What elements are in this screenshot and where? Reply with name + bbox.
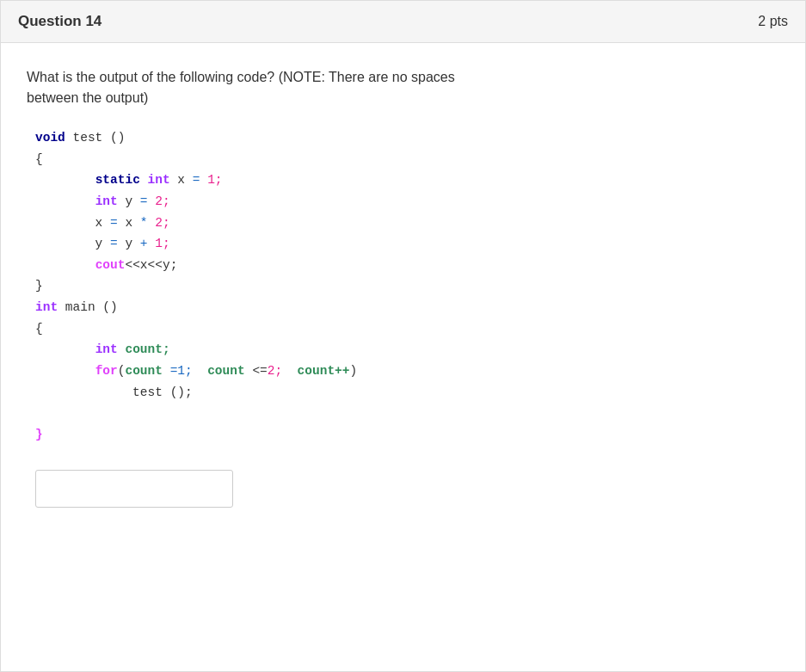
code-line-6: y = y + 1; bbox=[35, 233, 779, 255]
code-line-5: x = x * 2; bbox=[35, 213, 779, 234]
question-title: Question 14 bbox=[18, 13, 102, 30]
code-line-13: test (); bbox=[35, 382, 779, 404]
code-line-15: } bbox=[35, 424, 779, 446]
question-header: Question 14 2 pts bbox=[1, 1, 805, 43]
code-line-7: cout<<x<<y; bbox=[35, 255, 779, 276]
code-line-8: } bbox=[35, 275, 779, 297]
code-line-4: int y = 2; bbox=[35, 191, 779, 213]
code-line-11: int count; bbox=[35, 339, 779, 361]
question-body: What is the output of the following code… bbox=[1, 43, 805, 525]
question-text: What is the output of the following code… bbox=[27, 67, 779, 108]
answer-input[interactable] bbox=[35, 470, 233, 508]
code-line-3: static int x = 1; bbox=[35, 170, 779, 191]
page-container: Question 14 2 pts What is the output of … bbox=[0, 0, 806, 672]
question-line1: What is the output of the following code… bbox=[27, 70, 455, 84]
question-points: 2 pts bbox=[758, 14, 788, 29]
code-line-14 bbox=[35, 403, 779, 424]
code-block: void test () { static int x = 1; int y =… bbox=[27, 127, 779, 446]
answer-box-container bbox=[27, 470, 779, 508]
code-line-10: { bbox=[35, 318, 779, 340]
code-line-12: for(count =1; count <=2; count++) bbox=[35, 361, 779, 382]
question-line2: between the output) bbox=[27, 90, 148, 105]
code-line-1: void test () bbox=[35, 127, 779, 149]
code-line-9: int main () bbox=[35, 297, 779, 318]
code-line-2: { bbox=[35, 149, 779, 170]
